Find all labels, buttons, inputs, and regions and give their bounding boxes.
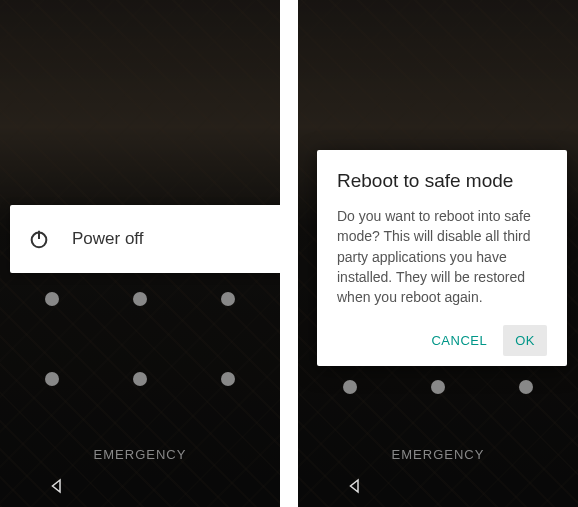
pattern-row <box>45 372 235 386</box>
back-icon[interactable] <box>346 477 364 499</box>
pattern-dot[interactable] <box>343 380 357 394</box>
ok-button[interactable]: OK <box>503 325 547 356</box>
cancel-button[interactable]: CANCEL <box>419 325 499 356</box>
nav-bar <box>0 473 280 503</box>
screen-content: Reboot to safe mode Do you want to reboo… <box>298 0 578 507</box>
pattern-dot[interactable] <box>221 372 235 386</box>
pattern-lock[interactable] <box>0 292 280 386</box>
emergency-button[interactable]: EMERGENCY <box>298 447 578 462</box>
phone-right: Reboot to safe mode Do you want to reboo… <box>298 0 578 507</box>
pattern-dot[interactable] <box>45 372 59 386</box>
power-off-label: Power off <box>72 229 144 249</box>
power-icon <box>28 228 50 250</box>
pattern-row <box>343 380 533 394</box>
pattern-dot[interactable] <box>133 372 147 386</box>
dialog-title: Reboot to safe mode <box>337 170 547 192</box>
power-off-button[interactable]: Power off <box>10 205 280 273</box>
pattern-dot[interactable] <box>45 292 59 306</box>
pattern-dot[interactable] <box>431 380 445 394</box>
nav-bar <box>298 473 578 503</box>
pattern-dot[interactable] <box>221 292 235 306</box>
pattern-dot[interactable] <box>133 292 147 306</box>
back-icon[interactable] <box>48 477 66 499</box>
dialog-body: Do you want to reboot into safe mode? Th… <box>337 206 547 307</box>
pattern-row <box>45 292 235 306</box>
screenshots-pair: Power off EMERGENCY <box>0 0 578 507</box>
pattern-dot[interactable] <box>519 380 533 394</box>
safe-mode-dialog: Reboot to safe mode Do you want to reboo… <box>317 150 567 366</box>
dialog-actions: CANCEL OK <box>337 325 547 356</box>
screen-content: Power off EMERGENCY <box>0 0 280 507</box>
emergency-button[interactable]: EMERGENCY <box>0 447 280 462</box>
pattern-lock[interactable] <box>298 380 578 394</box>
phone-left: Power off EMERGENCY <box>0 0 280 507</box>
